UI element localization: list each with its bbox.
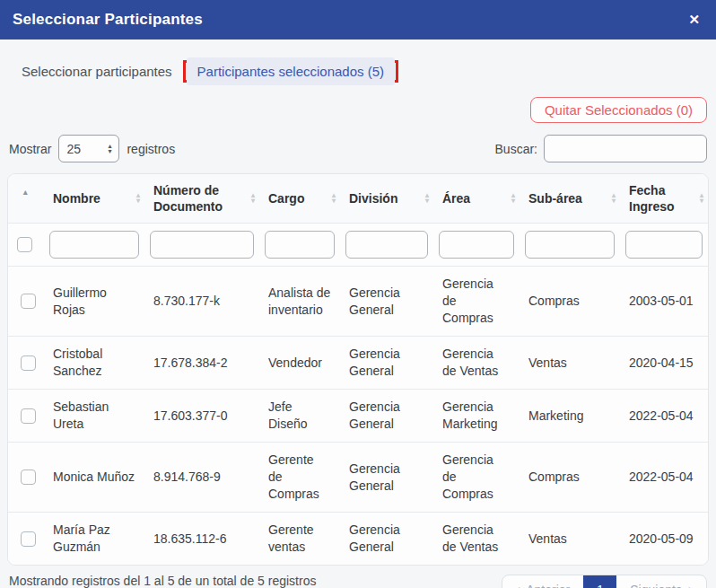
tab-bar: Seleccionar participantes Participantes … bbox=[13, 57, 709, 86]
cell-cargo: Gerente ventas bbox=[259, 513, 340, 566]
cell-cargo: Jefe Diseño bbox=[259, 390, 340, 443]
cell-division: Gerencia General bbox=[340, 443, 433, 513]
cell-nombre: Cristobal Sanchez bbox=[44, 337, 144, 390]
table-row: Monica Muñoz 8.914.768-9 Gerente de Comp… bbox=[8, 443, 708, 513]
search-input[interactable] bbox=[544, 135, 707, 162]
participants-table: ▴ Nombre▴▾ Número de Documento▴▾ Cargo▴▾… bbox=[7, 173, 709, 566]
filter-nombre-input[interactable] bbox=[49, 231, 139, 259]
sort-icon: ▴▾ bbox=[425, 193, 429, 204]
filter-cargo-input[interactable] bbox=[265, 231, 335, 259]
annotation-box-active-tab: Participantes seleccionados (5) bbox=[183, 60, 398, 83]
cell-area: Gerencia Marketing bbox=[433, 390, 520, 443]
column-area[interactable]: Área▴▾ bbox=[433, 174, 520, 224]
cell-subarea: Ventas bbox=[520, 513, 620, 566]
cell-nombre: María Paz Guzmán bbox=[44, 513, 144, 566]
cell-subarea: Compras bbox=[520, 267, 620, 337]
page-number-button[interactable]: 1 bbox=[583, 575, 616, 588]
cell-fecha: 2022-05-04 bbox=[620, 443, 708, 513]
select-updown-icon: ▴▾ bbox=[108, 144, 111, 154]
filter-documento-input[interactable] bbox=[150, 231, 254, 259]
cell-subarea: Compras bbox=[520, 443, 620, 513]
cell-division: Gerencia General bbox=[340, 513, 433, 566]
sort-icon: ▴▾ bbox=[136, 193, 140, 204]
cell-area: Gerencia de Compras bbox=[433, 267, 520, 337]
filter-subarea-input[interactable] bbox=[525, 231, 615, 259]
sort-asc-icon: ▴ bbox=[23, 184, 28, 200]
remove-selected-button[interactable]: Quitar Seleccionados (0) bbox=[530, 97, 707, 123]
cell-division: Gerencia General bbox=[340, 337, 433, 390]
cell-cargo: Gerente de Compras bbox=[259, 443, 340, 513]
cell-documento: 8.914.768-9 bbox=[144, 443, 259, 513]
row-checkbox[interactable] bbox=[21, 355, 36, 371]
filter-fecha-input[interactable] bbox=[625, 231, 703, 259]
search-control: Buscar: bbox=[495, 135, 707, 162]
cell-fecha: 2020-05-09 bbox=[620, 513, 708, 566]
filter-row bbox=[8, 224, 708, 267]
search-label: Buscar: bbox=[495, 142, 537, 156]
sort-icon: ▴▾ bbox=[612, 193, 616, 204]
table-row: María Paz Guzmán 18.635.112-6 Gerente ve… bbox=[8, 513, 708, 566]
cell-documento: 17.603.377-0 bbox=[144, 390, 259, 443]
column-subarea[interactable]: Sub-área▴▾ bbox=[520, 174, 620, 224]
cell-documento: 17.678.384-2 bbox=[144, 337, 259, 390]
close-icon[interactable]: ✕ bbox=[685, 10, 703, 30]
tab-selected-participants[interactable]: Participantes seleccionados (5) bbox=[187, 57, 395, 85]
tab-select-participants[interactable]: Seleccionar participantes bbox=[13, 57, 181, 86]
row-checkbox[interactable] bbox=[21, 294, 36, 309]
cell-division: Gerencia General bbox=[340, 390, 433, 443]
cell-area: Gerencia de Ventas bbox=[433, 337, 520, 390]
page-size-value: 25 bbox=[66, 142, 81, 156]
table-header-row: ▴ Nombre▴▾ Número de Documento▴▾ Cargo▴▾… bbox=[8, 174, 708, 224]
modal-header: Seleccionar Participantes ✕ bbox=[0, 0, 716, 39]
table-footer: Mostrando registros del 1 al 5 de un tot… bbox=[7, 573, 709, 588]
column-documento[interactable]: Número de Documento▴▾ bbox=[144, 174, 259, 224]
cell-cargo: Vendedor bbox=[259, 337, 340, 390]
modal-title: Seleccionar Participantes bbox=[13, 11, 203, 29]
pagination: ‹ Anterior 1 Siguiente › bbox=[502, 575, 707, 588]
column-nombre[interactable]: Nombre▴▾ bbox=[44, 174, 144, 224]
next-page-button[interactable]: Siguiente › bbox=[616, 575, 706, 588]
cell-nombre: Monica Muñoz bbox=[44, 443, 144, 513]
cell-cargo: Analista de inventario bbox=[259, 267, 340, 337]
sort-icon: ▴▾ bbox=[511, 193, 515, 204]
cell-documento: 8.730.177-k bbox=[144, 267, 259, 337]
cell-subarea: Ventas bbox=[520, 337, 620, 390]
cell-fecha: 2003-05-01 bbox=[620, 267, 708, 337]
records-label: registros bbox=[127, 142, 175, 156]
cell-nombre: Guillermo Rojas bbox=[44, 267, 144, 337]
filter-division-input[interactable] bbox=[345, 231, 428, 259]
cell-nombre: Sebastian Ureta bbox=[44, 390, 144, 443]
table-row: Guillermo Rojas 8.730.177-k Analista de … bbox=[8, 267, 708, 337]
cell-fecha: 2022-05-04 bbox=[620, 390, 708, 443]
column-fecha-ingreso[interactable]: Fecha Ingreso▴▾ bbox=[620, 174, 708, 224]
select-all-checkbox[interactable] bbox=[17, 237, 32, 252]
page-size-select[interactable]: 25 ▴▾ bbox=[58, 135, 119, 162]
cell-division: Gerencia General bbox=[340, 267, 433, 337]
remove-selected-row: Quitar Seleccionados (0) bbox=[7, 97, 709, 123]
column-cargo[interactable]: Cargo▴▾ bbox=[259, 174, 340, 224]
column-division[interactable]: División▴▾ bbox=[340, 174, 433, 224]
table-row: Cristobal Sanchez 17.678.384-2 Vendedor … bbox=[8, 337, 708, 390]
sort-icon: ▴▾ bbox=[700, 193, 703, 204]
select-participants-modal: Seleccionar Participantes ✕ Seleccionar … bbox=[0, 0, 716, 588]
row-checkbox[interactable] bbox=[21, 531, 36, 547]
records-info: Mostrando registros del 1 al 5 de un tot… bbox=[9, 573, 316, 588]
table-controls: Mostrar 25 ▴▾ registros Buscar: bbox=[7, 135, 709, 162]
cell-fecha: 2020-04-15 bbox=[620, 337, 708, 390]
cell-subarea: Marketing bbox=[520, 390, 620, 443]
chevron-left-icon: ‹ bbox=[516, 583, 520, 588]
chevron-right-icon: › bbox=[688, 583, 693, 588]
cell-documento: 18.635.112-6 bbox=[144, 513, 259, 566]
row-checkbox[interactable] bbox=[21, 408, 36, 424]
show-label: Mostrar bbox=[9, 142, 51, 156]
previous-page-button[interactable]: ‹ Anterior bbox=[502, 575, 583, 588]
column-select[interactable]: ▴ bbox=[8, 174, 44, 224]
table-row: Sebastian Ureta 17.603.377-0 Jefe Diseño… bbox=[8, 390, 708, 443]
row-checkbox[interactable] bbox=[21, 470, 36, 485]
sort-icon: ▴▾ bbox=[251, 193, 255, 204]
modal-body: Seleccionar participantes Participantes … bbox=[0, 39, 716, 588]
cell-area: Gerencia de Ventas bbox=[433, 513, 520, 566]
sort-icon: ▴▾ bbox=[332, 193, 336, 204]
filter-area-input[interactable] bbox=[439, 231, 514, 259]
page-size-control: Mostrar 25 ▴▾ registros bbox=[9, 135, 175, 162]
